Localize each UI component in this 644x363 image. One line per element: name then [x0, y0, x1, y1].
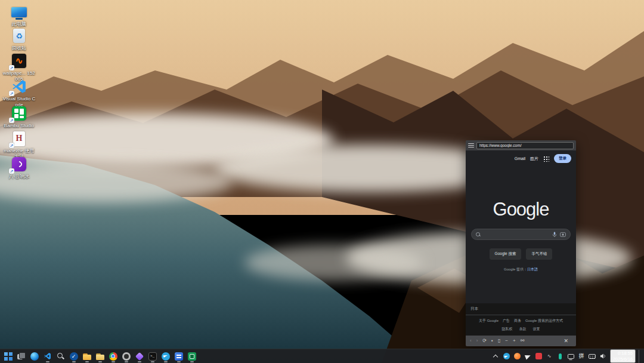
tray-telegram-button[interactable]: [503, 352, 510, 361]
desktop-icon-audio-app[interactable]: ↗ 八-音响水: [2, 156, 36, 180]
task-view-icon: [17, 352, 26, 361]
tray-monitor-button[interactable]: [567, 352, 575, 361]
zoom-out-button[interactable]: −: [505, 339, 508, 343]
shortcut-arrow-icon: ↗: [9, 65, 14, 70]
desktop-icon-wallpaper-file[interactable]: ∿↗ wallpape... 152005: [2, 53, 36, 82]
paper-plane-icon: [524, 353, 531, 359]
mobile-view-button[interactable]: ▯: [498, 339, 500, 343]
back-button[interactable]: ‹: [470, 339, 472, 343]
taskbar-green-app-button[interactable]: [186, 350, 197, 363]
taskbar-vscode-button[interactable]: [42, 350, 53, 363]
close-window-button[interactable]: ✕: [560, 337, 572, 344]
edge-icon: [30, 352, 39, 361]
copy-link-button[interactable]: ⚯: [521, 339, 525, 343]
images-link[interactable]: 图片: [530, 156, 538, 162]
sign-in-button[interactable]: 登录: [554, 154, 571, 163]
show-desktop-button[interactable]: [639, 350, 640, 363]
japanese-language-link[interactable]: 日本語: [527, 267, 538, 271]
tray-paper-plane-button[interactable]: [524, 352, 532, 361]
taskbar-clock[interactable]: 0:18:55 2025/6/16: [610, 349, 636, 363]
zoom-in-button[interactable]: +: [513, 339, 516, 343]
taskbar-photos-button[interactable]: [173, 350, 184, 363]
desktop-icon-this-pc[interactable]: 此电脑: [2, 4, 36, 27]
privacy-link[interactable]: 隐私权: [502, 327, 513, 332]
checkmark-app-icon: ✓: [70, 352, 78, 361]
task-view-button[interactable]: [16, 350, 27, 363]
google-footer: 日本 关于 Google 广告 商务 Google 搜索的运作方式 隐私权 条款…: [466, 303, 576, 336]
monitor-icon: [568, 354, 574, 359]
stop-button[interactable]: ▪: [491, 339, 493, 343]
taskbar-purple-app-button[interactable]: [134, 350, 145, 363]
search-box[interactable]: [471, 229, 571, 240]
clock-time: 0:18:55: [618, 350, 633, 356]
desktop-icon-label: 回收站: [12, 45, 26, 51]
tray-orange-app-button[interactable]: [513, 352, 521, 361]
audio-app-icon: ↗: [10, 156, 28, 173]
taskbar-explorer-button[interactable]: [81, 350, 92, 363]
mini-browser-window: Gmail 图片 登录 Google Googl: [466, 140, 576, 346]
tray-overflow-button[interactable]: [492, 352, 500, 361]
taskbar-app-icons: ✓ >_: [2, 350, 197, 363]
microphone-icon[interactable]: [552, 232, 557, 238]
taskbar-todo-button[interactable]: ✓: [68, 350, 79, 363]
volume-button[interactable]: [599, 352, 607, 361]
terms-link[interactable]: 条款: [519, 327, 527, 332]
ring-app-icon: [122, 352, 131, 361]
language-offer-line: Google 提供：日本語: [466, 267, 576, 272]
taskbar-folder-button[interactable]: [94, 350, 106, 363]
desktop: 此电脑 ♻ 回收站 ∿↗ wallpape... 152005 ↗ Visual…: [0, 0, 644, 363]
taskbar-telegram-button[interactable]: [160, 350, 171, 363]
google-apps-grid-icon[interactable]: [543, 156, 549, 162]
about-google-link[interactable]: 关于 Google: [479, 318, 499, 324]
google-homepage: Gmail 图片 登录 Google Googl: [466, 150, 576, 336]
settings-link[interactable]: 设置: [533, 327, 540, 332]
tray-green-pill-button[interactable]: [556, 352, 564, 361]
desktop-icon-label: 八-音响水: [9, 174, 30, 180]
url-input[interactable]: [476, 142, 574, 149]
green-app-icon: [188, 352, 196, 361]
advertising-link[interactable]: 广告: [503, 318, 510, 324]
google-nav: Gmail 图片 登录: [466, 150, 576, 163]
telegram-icon: [162, 352, 170, 361]
windows-start-icon: [4, 352, 13, 361]
taskbar-chrome-button[interactable]: [107, 350, 119, 363]
search-icon: [476, 232, 480, 236]
gmail-link[interactable]: Gmail: [515, 156, 525, 161]
refresh-button[interactable]: ⟳: [482, 339, 487, 343]
ime-indicator[interactable]: 拼: [578, 352, 586, 361]
green-pill-icon: [559, 353, 562, 359]
wallpaper-file-icon: ∿↗: [10, 53, 28, 69]
taskbar-edge-button[interactable]: [29, 350, 40, 363]
folder-icon: [96, 352, 104, 361]
desktop-icon-vscode[interactable]: ↗ Visual Studio Code: [2, 78, 36, 107]
taskbar-recorder-button[interactable]: [120, 350, 132, 363]
chevron-up-icon: [493, 355, 498, 359]
keyboard-icon: [589, 354, 596, 359]
taskbar-search-button[interactable]: [55, 350, 66, 363]
search-icon: [57, 352, 64, 360]
desktop-icon-label: 此电脑: [12, 21, 26, 27]
desktop-icon-bambu-studio[interactable]: ↗ Bambu Studio: [2, 105, 36, 129]
folder-icon: [83, 352, 91, 361]
how-search-works-link[interactable]: Google 搜索的运作方式: [525, 318, 563, 324]
forward-button[interactable]: ›: [476, 339, 478, 343]
diamond-app-icon: [135, 352, 143, 360]
footer-region: 日本: [466, 303, 576, 315]
red-square-icon: [535, 353, 542, 359]
start-button[interactable]: [2, 350, 14, 363]
google-search-button[interactable]: Google 搜索: [490, 248, 522, 260]
feeling-lucky-button[interactable]: 手气不错: [526, 248, 552, 260]
desktop-icon-recycle-bin[interactable]: ♻ 回收站: [2, 27, 36, 51]
touch-keyboard-button[interactable]: [589, 352, 596, 361]
tray-note-app-button[interactable]: ∿: [546, 352, 553, 361]
menu-icon[interactable]: [468, 143, 474, 148]
footer-links-row1: 关于 Google 广告 商务 Google 搜索的运作方式: [466, 315, 576, 325]
desktop-icon-usage-doc[interactable]: H↗ mahezhe 使用方法: [2, 130, 36, 159]
google-lens-icon[interactable]: [560, 232, 566, 237]
system-tray: ∿ 拼 0:18:55 2025/6/16: [492, 349, 642, 363]
tray-red-app-button[interactable]: [535, 352, 543, 361]
taskbar-terminal-button[interactable]: >_: [147, 350, 158, 363]
shortcut-arrow-icon: ↗: [9, 143, 14, 148]
business-link[interactable]: 商务: [514, 318, 521, 324]
footer-links-row2: 隐私权 条款 设置: [466, 325, 576, 336]
